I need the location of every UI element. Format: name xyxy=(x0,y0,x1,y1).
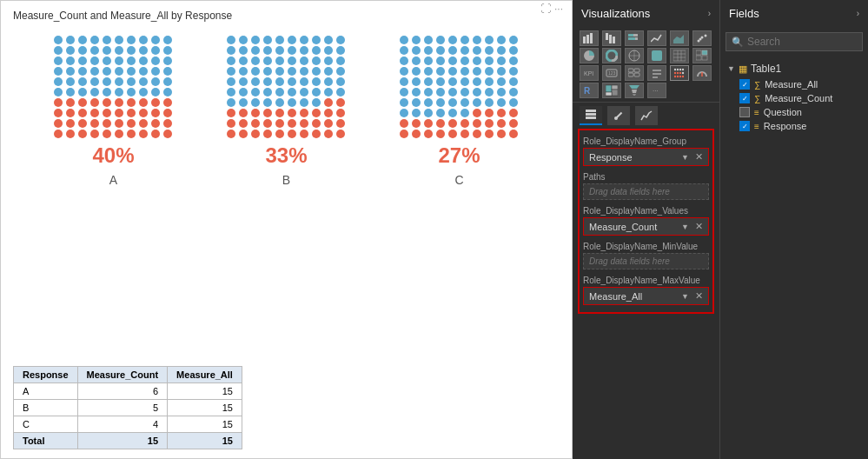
viz-icon-slicer[interactable] xyxy=(647,65,666,81)
svg-text:···: ··· xyxy=(653,87,659,95)
config-values-value: Measure_Count xyxy=(589,222,657,232)
svg-text:R: R xyxy=(584,86,591,96)
viz-icon-table[interactable] xyxy=(670,48,689,63)
field-checkbox-measure-all[interactable] xyxy=(739,79,750,90)
viz-icon-scatter[interactable] xyxy=(692,30,712,46)
dot xyxy=(324,119,333,128)
viz-icon-r-script[interactable]: R xyxy=(580,83,599,98)
dot xyxy=(66,119,75,128)
dot xyxy=(412,130,421,138)
viz-icon-bar[interactable] xyxy=(580,30,599,46)
viz-icon-line[interactable] xyxy=(647,30,666,46)
dot xyxy=(263,130,272,138)
dot xyxy=(461,77,469,86)
viz-panel-arrow[interactable]: › xyxy=(708,9,711,18)
dot xyxy=(66,67,75,76)
svg-point-42 xyxy=(679,69,681,70)
svg-point-66 xyxy=(614,116,618,120)
field-checkbox-question[interactable] xyxy=(739,107,750,117)
svg-rect-62 xyxy=(586,110,596,112)
viz-icon-stacked-bar[interactable] xyxy=(625,30,644,46)
dot xyxy=(163,36,172,44)
format-tab[interactable] xyxy=(607,106,630,125)
config-values-dropdown[interactable]: Measure_Count ▼ ✕ xyxy=(583,217,709,236)
dot xyxy=(461,67,469,76)
dot xyxy=(288,36,296,44)
expand-icon[interactable]: ⛶ xyxy=(540,3,551,15)
remove-group[interactable]: ✕ xyxy=(695,151,703,163)
svg-rect-4 xyxy=(609,35,612,43)
search-input[interactable] xyxy=(747,36,857,48)
dot xyxy=(300,88,308,96)
search-box[interactable]: 🔍 xyxy=(726,32,863,51)
cell-count-b: 5 xyxy=(77,400,168,416)
config-group-dropdown[interactable]: Response ▼ ✕ xyxy=(583,148,709,166)
field-item-response[interactable]: ≡ Response xyxy=(720,119,868,133)
viz-icon-donut[interactable] xyxy=(602,48,621,63)
fields-table-header[interactable]: ▼ ▦ Table1 xyxy=(720,60,868,77)
viz-icon-kpi[interactable]: KPI xyxy=(580,65,599,81)
field-item-question[interactable]: ≡ Question xyxy=(720,105,868,119)
svg-point-45 xyxy=(677,72,679,74)
dot xyxy=(115,77,123,86)
dot xyxy=(497,57,506,65)
viz-icon-matrix[interactable] xyxy=(692,48,712,63)
viz-icon-card[interactable]: 123 xyxy=(602,65,621,81)
viz-icon-treemap[interactable] xyxy=(602,83,621,98)
field-checkbox-response[interactable] xyxy=(739,121,750,131)
field-item-measure-count[interactable]: ∑ Measure_Count xyxy=(720,91,868,105)
remove-max[interactable]: ✕ xyxy=(695,290,703,302)
dot xyxy=(227,36,235,44)
more-icon[interactable]: ··· xyxy=(554,3,563,15)
dot xyxy=(151,130,160,138)
dot xyxy=(288,57,296,65)
viz-icon-map[interactable] xyxy=(625,48,644,63)
analytics-tab[interactable] xyxy=(635,106,658,125)
dot xyxy=(127,77,136,86)
dot xyxy=(127,119,136,128)
dot xyxy=(473,119,481,128)
dot xyxy=(227,46,235,55)
config-group-label: Role_DisplayName_Group xyxy=(583,134,709,148)
dot xyxy=(497,67,506,76)
config-min-drag: Drag data fields here xyxy=(583,253,709,269)
field-item-measure-all[interactable]: ∑ Measure_All xyxy=(720,77,868,91)
viz-icon-gauge[interactable] xyxy=(692,65,712,81)
dot xyxy=(509,77,518,86)
viz-icon-filled-map[interactable] xyxy=(647,48,666,63)
cell-response-a: A xyxy=(14,383,78,400)
dot xyxy=(485,36,494,44)
svg-rect-7 xyxy=(633,34,638,37)
viz-icon-more1[interactable]: ··· xyxy=(647,83,666,98)
dot xyxy=(497,130,506,138)
remove-values[interactable]: ✕ xyxy=(695,221,703,232)
viz-icon-multi-card[interactable] xyxy=(625,65,644,81)
config-max-dropdown[interactable]: Measure_All ▼ ✕ xyxy=(583,287,709,305)
svg-rect-34 xyxy=(634,69,639,72)
viz-icon-column[interactable] xyxy=(602,30,621,46)
dot xyxy=(115,98,123,107)
dot xyxy=(251,130,260,138)
dot xyxy=(300,98,308,107)
svg-rect-36 xyxy=(634,73,639,76)
fields-tab[interactable] xyxy=(580,106,602,125)
dot xyxy=(461,109,469,117)
config-paths-label: Paths xyxy=(583,170,709,183)
viz-icon-waffle[interactable] xyxy=(670,65,689,81)
field-checkbox-measure-count[interactable] xyxy=(739,93,750,103)
dot xyxy=(300,77,308,86)
fields-panel-header: Fields › xyxy=(720,0,868,27)
waffle-group-c: 27% C xyxy=(400,36,520,187)
svg-point-43 xyxy=(682,69,684,70)
viz-icon-area[interactable] xyxy=(670,30,689,46)
dot xyxy=(54,98,63,107)
fields-panel-title: Fields xyxy=(729,7,759,20)
viz-icon-funnel[interactable] xyxy=(625,83,644,98)
viz-icon-pie[interactable] xyxy=(580,48,599,63)
cell-response-b: B xyxy=(14,400,78,416)
chart-title: Measure_Count and Measure_All by Respons… xyxy=(1,1,572,27)
dot xyxy=(239,67,248,76)
fields-panel-arrow[interactable]: › xyxy=(857,9,859,18)
svg-point-50 xyxy=(679,76,681,77)
config-max-value: Measure_All xyxy=(589,291,642,302)
